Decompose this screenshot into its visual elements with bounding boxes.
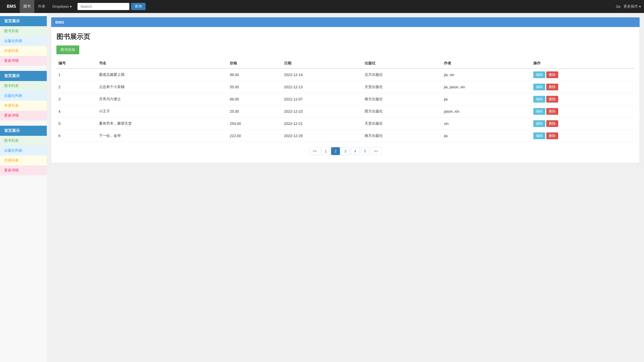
- cell-publisher: 北方出版社: [363, 69, 442, 81]
- navbar-item-book[interactable]: 图书: [20, 0, 34, 13]
- sidebar-item-0-book-list[interactable]: 图书列表: [0, 26, 47, 36]
- page-title: 图书展示页: [56, 32, 634, 41]
- cell-id: 3: [56, 93, 97, 105]
- delete-button[interactable]: 删除: [546, 132, 558, 139]
- edit-button[interactable]: 编辑: [533, 96, 545, 103]
- cell-id: 1: [56, 69, 97, 81]
- sidebar-item-0-author-list[interactable]: 作者列表: [0, 46, 47, 56]
- col-header-5: 作者: [442, 58, 531, 69]
- cell-title: 下一站，金华: [97, 130, 228, 142]
- card-body: 图书展示页 图书添加 编号书名价格日期出版社作者操作 1霸道总裁爱上我99.00…: [51, 27, 640, 163]
- pagination-page-3[interactable]: 3: [341, 147, 350, 155]
- pagination-page-1[interactable]: 1: [321, 147, 330, 155]
- delete-button[interactable]: 删除: [546, 96, 558, 103]
- col-header-4: 出版社: [363, 58, 442, 69]
- edit-button[interactable]: 编辑: [533, 132, 545, 139]
- cell-price: 250.00: [228, 118, 282, 130]
- main-content: BMS 图书展示页 图书添加 编号书名价格日期出版社作者操作 1霸道总裁爱上我9…: [47, 13, 644, 362]
- cell-actions: 编辑删除: [531, 93, 634, 105]
- cell-title: 霸道总裁爱上我: [97, 69, 228, 81]
- sidebar-item-2-author-list[interactable]: 作者列表: [0, 156, 47, 165]
- cell-actions: 编辑删除: [531, 69, 634, 81]
- cell-actions: 编辑删除: [531, 118, 634, 130]
- cell-price: 66.00: [228, 93, 282, 105]
- sidebar: 首页展示图书列表出版社列表作者列表更多详情首页展示图书列表出版社列表作者列表更多…: [0, 13, 47, 362]
- navbar-brand[interactable]: BMS: [3, 0, 20, 13]
- cell-actions: 编辑删除: [531, 81, 634, 93]
- layout: 首页展示图书列表出版社列表作者列表更多详情首页展示图书列表出版社列表作者列表更多…: [0, 13, 644, 362]
- cell-id: 2: [56, 81, 97, 93]
- cell-title: 小王子: [97, 105, 228, 118]
- pagination-prev[interactable]: <<: [309, 147, 320, 155]
- table-row: 6下一站，金华222.002022-12-29南方出版社jia编辑删除: [56, 130, 634, 142]
- cell-date: 2022-12-13: [282, 81, 363, 93]
- col-header-2: 价格: [228, 58, 282, 69]
- sidebar-group-0: 首页展示图书列表出版社列表作者列表更多详情: [0, 16, 47, 66]
- cell-id: 6: [56, 130, 97, 142]
- sidebar-header-1[interactable]: 首页展示: [0, 71, 47, 81]
- navbar-item-author[interactable]: 作者: [34, 0, 49, 13]
- sidebar-item-1-book-list[interactable]: 图书列表: [0, 81, 47, 91]
- edit-button[interactable]: 编辑: [533, 84, 545, 90]
- search-button[interactable]: 查询: [131, 3, 146, 10]
- navbar-item-dropdown[interactable]: Dropdown ▾: [49, 0, 76, 13]
- cell-authors: jason, xin: [442, 105, 531, 118]
- sidebar-item-2-book-list[interactable]: 图书列表: [0, 136, 47, 146]
- sidebar-item-1-author-list[interactable]: 作者列表: [0, 101, 47, 111]
- cell-title: 夏有乔木，雅望天堂: [97, 118, 228, 130]
- cell-id: 4: [56, 105, 97, 118]
- pagination: <<12345>>: [56, 142, 634, 158]
- cell-date: 2022-12-07: [282, 93, 363, 105]
- cell-authors: jia, jason, xin: [442, 81, 531, 93]
- pagination-page-5[interactable]: 5: [361, 147, 370, 155]
- sidebar-header-0[interactable]: 首页展示: [0, 16, 47, 26]
- search-input[interactable]: [77, 3, 129, 10]
- col-header-3: 日期: [282, 58, 363, 69]
- sidebar-header-2[interactable]: 首页展示: [0, 126, 47, 136]
- sidebar-group-2: 首页展示图书列表出版社列表作者列表更多详情: [0, 126, 47, 175]
- books-table: 编号书名价格日期出版社作者操作 1霸道总裁爱上我99.002022-12-14北…: [56, 58, 634, 142]
- delete-button[interactable]: 删除: [546, 120, 558, 127]
- chevron-down-icon: ▾: [639, 4, 641, 9]
- col-header-0: 编号: [56, 58, 97, 69]
- sidebar-item-0-more-detail[interactable]: 更多详情: [0, 56, 47, 66]
- cell-authors: jia: [442, 93, 531, 105]
- delete-button[interactable]: 删除: [546, 108, 558, 115]
- sidebar-item-2-publisher-list[interactable]: 出版社列表: [0, 146, 47, 156]
- edit-button[interactable]: 编辑: [533, 108, 545, 115]
- edit-button[interactable]: 编辑: [533, 71, 545, 78]
- sidebar-group-1: 首页展示图书列表出版社列表作者列表更多详情: [0, 71, 47, 120]
- cell-publisher: 天堂出版社: [363, 81, 442, 93]
- delete-button[interactable]: 删除: [546, 71, 558, 78]
- sidebar-item-2-more-detail[interactable]: 更多详情: [0, 165, 47, 175]
- cell-publisher: 天堂出版社: [363, 118, 442, 130]
- cell-publisher: 西方出版社: [363, 105, 442, 118]
- card-header: BMS: [51, 17, 640, 27]
- cell-publisher: 南方出版社: [363, 130, 442, 142]
- table-row: 1霸道总裁爱上我99.002022-12-14北方出版社jia, xin编辑删除: [56, 69, 634, 81]
- sidebar-item-0-publisher-list[interactable]: 出版社列表: [0, 36, 47, 46]
- pagination-next[interactable]: >>: [370, 147, 381, 155]
- cell-actions: 编辑删除: [531, 130, 634, 142]
- navbar-search: 查询: [77, 3, 146, 10]
- cell-date: 2022-12-23: [282, 105, 363, 118]
- pagination-page-4[interactable]: 4: [351, 147, 360, 155]
- table-row: 4小王子25.002022-12-23西方出版社jason, xin编辑删除: [56, 105, 634, 118]
- sidebar-item-1-more-detail[interactable]: 更多详情: [0, 111, 47, 120]
- navbar-right: Jia 更多操作 ▾: [616, 4, 641, 9]
- navbar-user: Jia: [616, 4, 620, 9]
- delete-button[interactable]: 删除: [546, 84, 558, 90]
- cell-date: 2022-12-21: [282, 118, 363, 130]
- navbar: BMS 图书 作者 Dropdown ▾ 查询 Jia 更多操作 ▾: [0, 0, 644, 13]
- sidebar-item-1-publisher-list[interactable]: 出版社列表: [0, 91, 47, 101]
- pagination-page-2[interactable]: 2: [331, 147, 340, 155]
- navbar-more-button[interactable]: 更多操作 ▾: [623, 4, 641, 9]
- main-card: BMS 图书展示页 图书添加 编号书名价格日期出版社作者操作 1霸道总裁爱上我9…: [51, 17, 640, 163]
- table-row: 5夏有乔木，雅望天堂250.002022-12-21天堂出版社xin编辑删除: [56, 118, 634, 130]
- cell-publisher: 南方出版社: [363, 93, 442, 105]
- edit-button[interactable]: 编辑: [533, 120, 545, 127]
- cell-authors: xin: [442, 118, 531, 130]
- cell-authors: jia, xin: [442, 69, 531, 81]
- cell-title: 月亮与六便士: [97, 93, 228, 105]
- add-book-button[interactable]: 图书添加: [56, 45, 79, 54]
